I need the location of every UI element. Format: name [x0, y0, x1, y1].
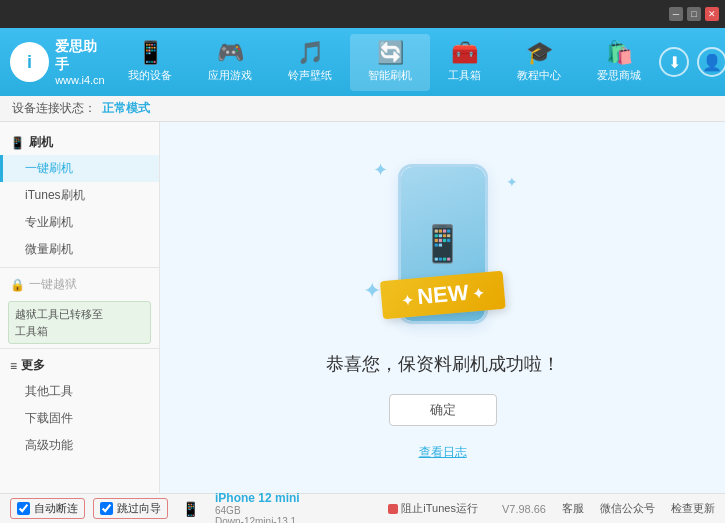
ringtones-label: 铃声壁纸 [288, 68, 332, 83]
nav-item-ringtones[interactable]: 🎵 铃声壁纸 [270, 34, 350, 91]
skip-wizard-checkbox[interactable] [100, 502, 113, 515]
more-icon: ≡ [10, 359, 17, 373]
title-bar: ─ □ ✕ [0, 0, 725, 28]
nav-item-my-device[interactable]: 📱 我的设备 [110, 34, 190, 91]
success-title: 恭喜您，保资料刷机成功啦！ [326, 352, 560, 376]
tutorial-icon: 🎓 [526, 42, 553, 64]
phone-screen-icon: 📱 [420, 223, 465, 265]
download-button[interactable]: ⬇ [659, 47, 689, 77]
device-storage: 64GB [215, 505, 300, 516]
auto-disconnect-label: 自动断连 [34, 501, 78, 516]
bottom-right: 阻止iTunes运行 V7.98.66 客服 微信公众号 检查更新 [388, 501, 715, 516]
logo-text: 爱思助手 www.i4.cn [55, 38, 110, 86]
auto-disconnect-checkbox[interactable] [17, 502, 30, 515]
sidebar-item-data-flash[interactable]: 微量刷机 [0, 236, 159, 263]
sidebar: 📱 刷机 一键刷机 iTunes刷机 专业刷机 微量刷机 🔒 一键越狱 越狱工具… [0, 122, 160, 493]
sidebar-item-pro-flash[interactable]: 专业刷机 [0, 209, 159, 236]
sparkle-2: ✦ [506, 174, 518, 190]
skip-wizard-label: 跳过向导 [117, 501, 161, 516]
device-phone-icon: 📱 [182, 501, 199, 517]
smart-flash-icon: 🔄 [377, 42, 404, 64]
confirm-button[interactable]: 确定 [389, 394, 497, 426]
sidebar-item-other-tools[interactable]: 其他工具 [0, 378, 159, 405]
device-info: iPhone 12 mini 64GB Down-12mini-13,1 [215, 491, 300, 524]
flash-section-icon: 📱 [10, 136, 25, 150]
sidebar-section-more: ≡ 更多 [0, 353, 159, 378]
logo-icon: i [10, 42, 49, 82]
minimize-button[interactable]: ─ [669, 7, 683, 21]
maximize-button[interactable]: □ [687, 7, 701, 21]
update-link[interactable]: 检查更新 [671, 501, 715, 516]
sparkle-1: ✦ [373, 159, 388, 181]
wechat-link[interactable]: 微信公众号 [600, 501, 655, 516]
sidebar-divider-2 [0, 348, 159, 349]
header: i 爱思助手 www.i4.cn 📱 我的设备 🎮 应用游戏 🎵 铃声壁纸 🔄 … [0, 28, 725, 96]
my-device-label: 我的设备 [128, 68, 172, 83]
support-link[interactable]: 客服 [562, 501, 584, 516]
nav-items: 📱 我的设备 🎮 应用游戏 🎵 铃声壁纸 🔄 智能刷机 🧰 工具箱 🎓 教程中心… [110, 34, 659, 91]
skip-wizard-group: 跳过向导 [93, 498, 168, 519]
shop-icon: 🛍️ [606, 42, 633, 64]
smart-flash-label: 智能刷机 [368, 68, 412, 83]
bottom-bar: 自动断连 跳过向导 📱 iPhone 12 mini 64GB Down-12m… [0, 493, 725, 523]
sidebar-item-itunes-flash[interactable]: iTunes刷机 [0, 182, 159, 209]
status-bar: 设备连接状态： 正常模式 [0, 96, 725, 122]
nav-item-tutorial[interactable]: 🎓 教程中心 [499, 34, 579, 91]
nav-item-smart-flash[interactable]: 🔄 智能刷机 [350, 34, 430, 91]
phone-illustration: ✦ ✦ ✦ 📱 NEW [363, 154, 523, 334]
main-layout: 📱 刷机 一键刷机 iTunes刷机 专业刷机 微量刷机 🔒 一键越狱 越狱工具… [0, 122, 725, 493]
sidebar-section-flash: 📱 刷机 [0, 130, 159, 155]
nav-item-shop[interactable]: 🛍️ 爱思商城 [579, 34, 659, 91]
sidebar-section-jailbreak: 🔒 一键越狱 [0, 272, 159, 297]
success-container: ✦ ✦ ✦ 📱 NEW 恭喜您，保资料刷机成功啦！ 确定 查看日志 [326, 154, 560, 461]
auto-disconnect-group: 自动断连 [10, 498, 85, 519]
content-area: ✦ ✦ ✦ 📱 NEW 恭喜您，保资料刷机成功啦！ 确定 查看日志 [160, 122, 725, 493]
stop-icon [388, 504, 398, 514]
apps-games-label: 应用游戏 [208, 68, 252, 83]
ringtones-icon: 🎵 [297, 42, 324, 64]
day-link[interactable]: 查看日志 [419, 444, 467, 461]
itunes-stop-group: 阻止iTunes运行 [388, 501, 478, 516]
sidebar-divider-1 [0, 267, 159, 268]
sparkle-3: ✦ [363, 278, 381, 304]
status-value: 正常模式 [102, 100, 150, 117]
window-controls: ─ □ ✕ [669, 7, 719, 21]
shop-label: 爱思商城 [597, 68, 641, 83]
close-button[interactable]: ✕ [705, 7, 719, 21]
version-label: V7.98.66 [502, 503, 546, 515]
toolbox-icon: 🧰 [451, 42, 478, 64]
lock-icon: 🔒 [10, 278, 25, 292]
logo-area: i 爱思助手 www.i4.cn [10, 38, 110, 86]
sidebar-item-advanced[interactable]: 高级功能 [0, 432, 159, 459]
jailbreak-note: 越狱工具已转移至工具箱 [8, 301, 151, 344]
tutorial-label: 教程中心 [517, 68, 561, 83]
sidebar-item-one-key-flash[interactable]: 一键刷机 [0, 155, 159, 182]
nav-item-toolbox[interactable]: 🧰 工具箱 [430, 34, 499, 91]
device-os: Down-12mini-13,1 [215, 516, 300, 524]
nav-item-apps-games[interactable]: 🎮 应用游戏 [190, 34, 270, 91]
header-actions: ⬇ 👤 [659, 47, 725, 77]
my-device-icon: 📱 [137, 42, 164, 64]
apps-games-icon: 🎮 [217, 42, 244, 64]
toolbox-label: 工具箱 [448, 68, 481, 83]
user-button[interactable]: 👤 [697, 47, 725, 77]
sidebar-item-download-firmware[interactable]: 下载固件 [0, 405, 159, 432]
